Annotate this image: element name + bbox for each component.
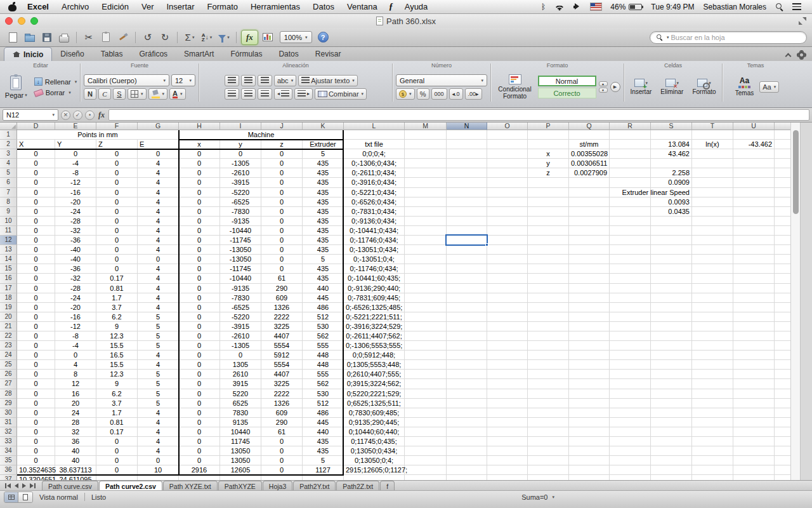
cell-J25[interactable]: 5554 <box>261 360 303 370</box>
vertical-scrollbar-thumb[interactable] <box>793 130 799 214</box>
cell-T35[interactable] <box>692 456 733 465</box>
cell-K4[interactable]: 435 <box>303 159 344 168</box>
cell-I35[interactable]: 13050 <box>220 456 261 465</box>
cell-R17[interactable] <box>610 284 651 293</box>
cell-M30[interactable] <box>405 408 447 418</box>
cell-T4[interactable] <box>692 159 733 168</box>
row-header-32[interactable]: 32 <box>0 427 17 437</box>
cell-P27[interactable] <box>528 379 569 389</box>
cell-E25[interactable]: 4 <box>55 360 96 370</box>
cell-O9[interactable] <box>487 207 528 217</box>
column-header-L[interactable]: L <box>344 123 405 130</box>
cell-H21[interactable]: 0 <box>179 322 220 331</box>
cell-Q34[interactable] <box>569 446 610 456</box>
cell-R12[interactable] <box>610 236 651 245</box>
cell-I26[interactable]: 2610 <box>220 370 261 379</box>
cell-U7[interactable] <box>733 188 775 197</box>
decrease-decimal-button[interactable]: ◂.0 <box>449 88 463 100</box>
cell-T17[interactable] <box>692 284 733 293</box>
cell-M25[interactable] <box>405 360 447 370</box>
window-title-bar[interactable]: Path 360.xlsx <box>0 14 812 28</box>
cell-P19[interactable] <box>528 303 569 312</box>
cell-U1[interactable] <box>733 130 775 140</box>
cell-D19[interactable]: 0 <box>17 303 55 312</box>
cell-G32[interactable]: 4 <box>138 427 179 437</box>
cell-E3[interactable]: 0 <box>55 149 96 159</box>
cell-I2[interactable]: y <box>220 140 261 149</box>
cell-K14[interactable]: 5 <box>303 255 344 264</box>
cell-T36[interactable] <box>692 465 733 475</box>
cell-G8[interactable]: 4 <box>138 197 179 207</box>
cell-R22[interactable] <box>610 331 651 341</box>
cell-O31[interactable] <box>487 418 528 427</box>
cell-S28[interactable] <box>651 389 692 399</box>
cell-G30[interactable]: 4 <box>138 408 179 418</box>
cell-S35[interactable] <box>651 456 692 465</box>
row-header-34[interactable]: 34 <box>0 446 17 456</box>
cell-K20[interactable]: 512 <box>303 312 344 322</box>
cell-L20[interactable]: 0;-5221;2221;511; <box>344 312 405 322</box>
cell-S4[interactable] <box>651 159 692 168</box>
font-size-combo[interactable]: 12▾ <box>171 74 195 86</box>
cell-U4[interactable] <box>733 159 775 168</box>
cell-O15[interactable] <box>487 264 528 274</box>
cell-G24[interactable]: 4 <box>138 351 179 360</box>
sheet-tab-path-curve2-csv[interactable]: Path curve2.csv <box>99 481 162 490</box>
ribbon-tab-revisar[interactable]: Revisar <box>307 47 350 61</box>
column-header-T[interactable]: T <box>692 123 733 130</box>
cell-N1[interactable] <box>447 130 487 140</box>
ribbon-settings-button[interactable] <box>794 48 808 61</box>
column-header-H[interactable]: H <box>179 123 220 130</box>
cell-T8[interactable] <box>692 197 733 207</box>
cell-H4[interactable]: 0 <box>179 159 220 168</box>
row-header-20[interactable]: 20 <box>0 312 17 322</box>
filter-button[interactable]: ▾ <box>216 30 232 45</box>
cell-U22[interactable] <box>733 331 775 341</box>
cell-D3[interactable]: 0 <box>17 149 55 159</box>
cell-O17[interactable] <box>487 284 528 293</box>
cell-F8[interactable]: 0 <box>96 197 138 207</box>
cell-J4[interactable]: 0 <box>261 159 303 168</box>
row-header-8[interactable]: 8 <box>0 197 17 207</box>
cell-G19[interactable]: 4 <box>138 303 179 312</box>
cell-E16[interactable]: -32 <box>55 274 96 283</box>
cell-F13[interactable]: 0 <box>96 245 138 255</box>
cell-N24[interactable] <box>447 351 487 360</box>
cell-D32[interactable]: 0 <box>17 427 55 437</box>
cell-Q6[interactable] <box>569 178 610 187</box>
cell-H1[interactable]: Machine <box>179 130 344 140</box>
cell-I13[interactable]: -13050 <box>220 245 261 255</box>
cell-L34[interactable]: 0;13050;0;434; <box>344 446 405 456</box>
cell-H16[interactable]: 0 <box>179 274 220 283</box>
cell-F11[interactable]: 0 <box>96 226 138 236</box>
cell-J8[interactable]: 0 <box>261 197 303 207</box>
cell-S25[interactable] <box>651 360 692 370</box>
cell-S37[interactable] <box>651 475 692 480</box>
cell-Q20[interactable] <box>569 312 610 322</box>
cell-L9[interactable]: 0;-7831;0;434; <box>344 207 405 217</box>
cell-M19[interactable] <box>405 303 447 312</box>
cell-R25[interactable] <box>610 360 651 370</box>
cell-Q18[interactable] <box>569 293 610 303</box>
cell-U25[interactable] <box>733 360 775 370</box>
cell-K25[interactable]: 448 <box>303 360 344 370</box>
cell-F30[interactable]: 1.7 <box>96 408 138 418</box>
cell-E29[interactable]: 20 <box>55 399 96 408</box>
cell-R19[interactable] <box>610 303 651 312</box>
cell-O10[interactable] <box>487 217 528 226</box>
italic-button[interactable]: C <box>98 88 111 100</box>
number-format-combo[interactable]: General▾ <box>396 74 487 86</box>
format-cells-button[interactable]: ▾ Formato <box>689 79 719 95</box>
cell-M35[interactable] <box>405 456 447 465</box>
cell-D6[interactable]: 0 <box>17 178 55 187</box>
cell-D2[interactable]: X <box>17 140 55 149</box>
cell-D10[interactable]: 0 <box>17 217 55 226</box>
cell-N32[interactable] <box>447 427 487 437</box>
cell-G17[interactable]: 4 <box>138 284 179 293</box>
conditional-formatting-button[interactable]: Condicional Formato <box>495 74 535 100</box>
cell-U10[interactable] <box>733 217 775 226</box>
cell-F2[interactable]: Z <box>96 140 138 149</box>
cell-J19[interactable]: 1326 <box>261 303 303 312</box>
cell-N2[interactable] <box>447 140 487 149</box>
cell-P7[interactable] <box>528 188 569 197</box>
